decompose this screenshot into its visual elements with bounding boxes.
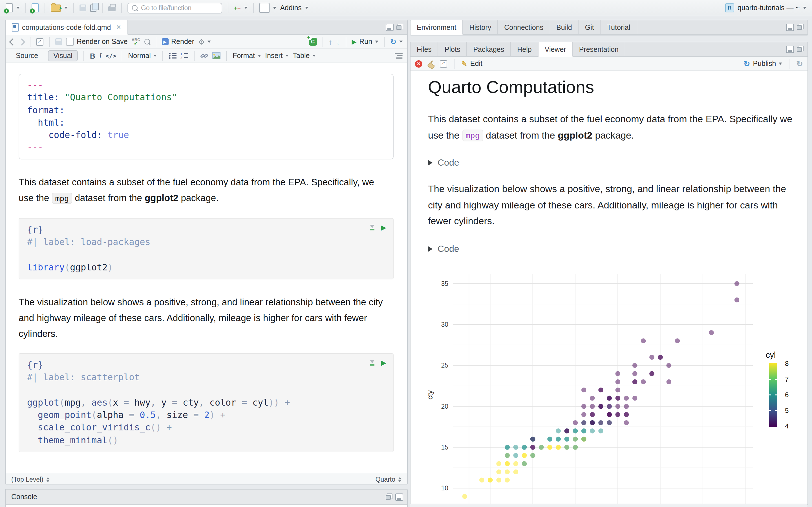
code-line: geom_point(alpha = 0.5, size = 2) + bbox=[27, 409, 385, 421]
editor-paragraph-1[interactable]: This dataset contains a subset of the fu… bbox=[18, 174, 391, 206]
publish-button[interactable]: ↻ Publish bbox=[744, 59, 782, 68]
data-point bbox=[624, 396, 629, 401]
render-options-button[interactable]: ⚙ bbox=[198, 38, 211, 45]
rendered-paragraph-2: The visualization below shows a positive… bbox=[428, 181, 794, 230]
code-fold-2[interactable]: Code bbox=[428, 244, 787, 254]
viewer-tabbar: FilesPlotsPackagesHelpViewerPresentation bbox=[410, 42, 808, 57]
run-chunk-icon[interactable]: ▶ bbox=[381, 224, 386, 231]
legend-tick bbox=[769, 394, 771, 395]
minimize-pane-icon[interactable] bbox=[786, 24, 794, 31]
new-file-button[interactable] bbox=[6, 3, 20, 12]
stop-icon[interactable]: ✕ bbox=[415, 60, 422, 67]
forward-icon[interactable] bbox=[18, 38, 25, 45]
bullet-list-icon[interactable] bbox=[169, 52, 177, 59]
code-fold-1[interactable]: Code bbox=[428, 158, 787, 168]
chunk1-code[interactable]: {r}#| label: load-packages library(ggplo… bbox=[27, 224, 385, 274]
image-icon[interactable] bbox=[212, 52, 221, 59]
maximize-pane-icon[interactable] bbox=[396, 24, 403, 30]
tab-history[interactable]: History bbox=[463, 20, 498, 34]
refresh-icon[interactable]: ↻ bbox=[797, 59, 803, 68]
new-project-button[interactable] bbox=[32, 3, 39, 12]
main-toolbar: Go to file/function +− Addins R quarto-t… bbox=[0, 0, 812, 16]
code-chunk-load-packages[interactable]: ▶ {r}#| label: load-packages library(ggp… bbox=[18, 218, 394, 279]
run-chunks-above-icon[interactable] bbox=[370, 225, 374, 230]
render-on-save-toggle[interactable]: Render on Save bbox=[66, 38, 128, 46]
tab-presentation[interactable]: Presentation bbox=[573, 42, 625, 56]
numbered-list-icon[interactable]: 12 bbox=[181, 52, 189, 59]
maximize-pane-icon[interactable] bbox=[797, 46, 804, 52]
table-menu[interactable]: Table bbox=[293, 52, 316, 60]
data-point bbox=[505, 445, 510, 450]
outline-location-selector[interactable]: (Top Level) bbox=[11, 476, 50, 483]
addins-menu[interactable]: Addins bbox=[280, 4, 308, 12]
rerun-button[interactable]: ↻ bbox=[390, 38, 403, 46]
outline-toggle-icon[interactable] bbox=[395, 53, 403, 59]
render-button[interactable]: ▶ Render bbox=[161, 38, 194, 46]
inline-code: mpg bbox=[462, 129, 483, 142]
print-button[interactable] bbox=[108, 6, 116, 11]
insert-menu[interactable]: Insert bbox=[265, 52, 289, 60]
goto-file-search[interactable]: Go to file/function bbox=[128, 3, 222, 13]
link-icon[interactable] bbox=[200, 52, 208, 59]
tab-viewer[interactable]: Viewer bbox=[539, 42, 573, 57]
project-menu[interactable]: R quarto-tutorials — ~ bbox=[725, 3, 806, 12]
workspace-panes-button[interactable] bbox=[259, 3, 276, 13]
bold-button[interactable]: B bbox=[90, 52, 95, 60]
source-mode-button[interactable]: Source bbox=[10, 50, 44, 61]
tab-build[interactable]: Build bbox=[550, 20, 579, 34]
tab-computations-code-fold[interactable]: computations-code-fold.qmd ✕ bbox=[6, 20, 128, 35]
data-point bbox=[573, 429, 578, 434]
editor-paragraph-2[interactable]: The visualization below shows a positive… bbox=[18, 294, 391, 341]
go-next-section-icon[interactable]: ↓ bbox=[336, 38, 340, 45]
render-on-save-checkbox[interactable] bbox=[66, 38, 74, 46]
close-icon[interactable]: ✕ bbox=[116, 24, 121, 31]
yaml-front-matter[interactable]: ---title: "Quarto Computations"format: h… bbox=[18, 74, 394, 159]
compile-tool-button[interactable]: +− bbox=[234, 5, 247, 10]
italic-button[interactable]: I bbox=[99, 51, 102, 60]
tab-git[interactable]: Git bbox=[579, 20, 601, 34]
code-chunk-scatterplot[interactable]: ▶ {r}#| label: scatterplot ggplot(mpg, a… bbox=[18, 353, 394, 452]
paragraph-style-dropdown[interactable]: Normal bbox=[128, 52, 157, 60]
clear-broom-icon[interactable] bbox=[427, 60, 435, 67]
open-file-button[interactable] bbox=[51, 4, 68, 11]
spellcheck-icon[interactable]: ABC✓ bbox=[132, 38, 140, 46]
maximize-pane-icon[interactable] bbox=[797, 24, 804, 30]
data-point bbox=[649, 355, 654, 360]
doc-type-selector[interactable]: Quarto bbox=[375, 476, 402, 483]
tab-connections[interactable]: Connections bbox=[498, 20, 550, 34]
code-format-button[interactable]: </> bbox=[105, 52, 116, 59]
data-point bbox=[556, 445, 561, 450]
tab-tutorial[interactable]: Tutorial bbox=[601, 20, 637, 34]
code-line bbox=[27, 249, 385, 262]
console-header[interactable]: Console bbox=[6, 490, 407, 505]
save-doc-button[interactable] bbox=[55, 38, 62, 45]
chevron-down-icon bbox=[375, 41, 378, 43]
format-menu[interactable]: Format bbox=[233, 52, 261, 60]
editor-document[interactable]: ---title: "Quarto Computations"format: h… bbox=[6, 63, 407, 473]
minimize-pane-icon[interactable] bbox=[395, 494, 403, 501]
go-prev-section-icon[interactable]: ↑ bbox=[328, 38, 332, 45]
tab-environment[interactable]: Environment bbox=[410, 20, 463, 35]
minimize-pane-icon[interactable] bbox=[386, 24, 394, 31]
chunk2-code[interactable]: {r}#| label: scatterplot ggplot(mpg, aes… bbox=[27, 359, 385, 447]
run-button[interactable]: ▶ Run bbox=[352, 38, 378, 46]
save-button[interactable] bbox=[80, 4, 86, 11]
maximize-pane-icon[interactable] bbox=[386, 494, 393, 500]
visual-mode-button[interactable]: Visual bbox=[48, 50, 78, 61]
find-replace-icon[interactable] bbox=[144, 39, 150, 45]
tab-plots[interactable]: Plots bbox=[439, 42, 467, 56]
insert-chunk-button[interactable]: C bbox=[309, 38, 317, 46]
minimize-pane-icon[interactable] bbox=[786, 46, 794, 53]
tab-packages[interactable]: Packages bbox=[467, 42, 511, 56]
tab-help[interactable]: Help bbox=[511, 42, 538, 56]
divider bbox=[454, 59, 455, 68]
open-in-new-window-icon[interactable] bbox=[440, 60, 447, 67]
run-chunk-icon[interactable]: ▶ bbox=[381, 359, 386, 366]
open-new-window-icon[interactable] bbox=[36, 38, 43, 45]
data-point bbox=[573, 445, 578, 450]
run-chunks-above-icon[interactable] bbox=[370, 360, 374, 365]
save-all-button[interactable] bbox=[90, 4, 96, 11]
edit-button[interactable]: ✎ Edit bbox=[461, 59, 483, 68]
tab-files[interactable]: Files bbox=[410, 42, 439, 56]
back-icon[interactable] bbox=[9, 38, 16, 45]
